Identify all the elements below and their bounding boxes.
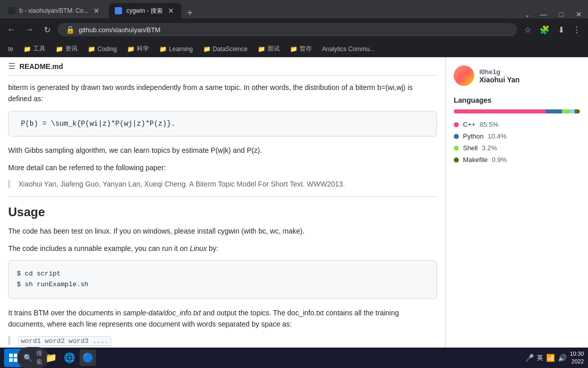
bookmark-datascience-label: DataScience (213, 45, 248, 53)
bookmark-science-label: 科学 (137, 44, 149, 53)
bookmark-tools[interactable]: 📁 工具 (19, 43, 50, 54)
lang-name-makefile: Makefile (463, 156, 487, 164)
bookmark-news[interactable]: 📁 资讯 (52, 43, 82, 54)
section-divider (8, 196, 437, 197)
lang-bar-shell (562, 109, 570, 113)
para-train-pre: It trains BTM over the documents in (8, 309, 123, 317)
bookmark-temp-label: 暂存 (300, 44, 312, 53)
math-formula: P(b) = \sum_k{P(wi|z)*P(wj|z)*P(z)}. (21, 120, 175, 128)
taskbar-search-box[interactable]: 🔍 搜索 (17, 347, 48, 348)
readme-filename: README.md (19, 62, 63, 71)
sidebar: l0he1g Xiaohui Yan Languages C++ 85.5% (445, 57, 588, 348)
folder-icon-7: 📁 (258, 45, 265, 53)
lang-pct-shell: 3.2% (482, 144, 497, 152)
para-biterm-definition: biterm is generated by drawn two words i… (8, 82, 437, 105)
code-line-1: $ cd script (17, 269, 428, 280)
lang-name-cpp: C++ (463, 121, 476, 128)
tab-title-cygwin: cygwin - 搜索 (126, 7, 162, 15)
bookmark-coding[interactable]: 📁 Coding (84, 44, 121, 54)
usage-para2-post: by: (207, 244, 218, 252)
folder-icon-5: 📁 (159, 45, 167, 53)
close-window-button[interactable]: ✕ (570, 10, 588, 18)
usage-para2-pre: The code includes a runnable example, yo… (8, 244, 180, 252)
usage-para1: The code has been test on linux. If you … (8, 225, 437, 237)
lang-name-shell: Shell (463, 144, 478, 152)
lang-pct-python: 10.4% (487, 132, 506, 140)
lang-item-shell: Shell 3.2% (454, 144, 580, 152)
lang-pct-makefile: 0.9% (492, 156, 507, 164)
tab-favicon-cygwin (115, 7, 122, 14)
lang-item-python: Python 10.4% (454, 132, 580, 140)
usage-para2: The code includes a runnable example, yo… (8, 243, 437, 254)
user-info: l0he1g Xiaohui Yan (479, 68, 520, 84)
avatar (454, 65, 474, 86)
bookmark-analytics[interactable]: Analytics Commu... (318, 44, 379, 54)
forward-button[interactable]: → (22, 23, 37, 36)
maximize-button[interactable]: □ (553, 10, 570, 18)
username-handle[interactable]: l0he1g (479, 68, 520, 76)
lang-dot-cpp (454, 122, 459, 127)
bookmark-learning[interactable]: 📁 Learning (155, 44, 197, 54)
url-text: github.com/xiaohuiyan/BTM (79, 26, 160, 34)
tab-favicon-btm (8, 7, 15, 14)
lang-item-cpp: C++ 85.5% (454, 121, 580, 128)
bookmark-datascience[interactable]: 📁 DataScience (199, 44, 252, 54)
readme-header: ☰ README.md (8, 57, 437, 76)
tab-btm[interactable]: b - xiaohuiyan/BTM: Co... ✕ (2, 3, 107, 18)
bookmark-te-label: te (8, 45, 13, 53)
tab-close-cygwin[interactable]: ✕ (167, 6, 175, 16)
lang-pct-cpp: 85.5% (480, 121, 499, 128)
bookmark-star-icon[interactable]: ☆ (521, 23, 534, 37)
tab-title-btm: b - xiaohuiyan/BTM: Co... (19, 7, 88, 14)
usage-heading: Usage (8, 205, 437, 219)
languages-list: C++ 85.5% Python 10.4% Shell 3.2% Makefi… (454, 121, 580, 164)
bookmark-science[interactable]: 📁 科学 (123, 43, 153, 54)
bookmark-exam[interactable]: 📁 面试 (254, 43, 284, 54)
bookmark-analytics-label: Analytics Commu... (322, 45, 375, 53)
address-bar: ← → ↻ 🔒 github.com/xiaohuiyan/BTM ☆ 🧩 ⬇ … (0, 18, 588, 41)
lang-dot-makefile (454, 157, 459, 163)
bookmark-exam-label: 面试 (267, 44, 280, 53)
tab-overflow-button[interactable]: ⌄ (521, 11, 534, 18)
tab-cygwin[interactable]: cygwin - 搜索 ✕ (109, 3, 181, 18)
reload-button[interactable]: ↻ (41, 23, 54, 37)
tab-close-btm[interactable]: ✕ (92, 6, 101, 16)
display-name: Xiaohui Yan (479, 76, 520, 84)
folder-icon-8: 📁 (290, 45, 298, 53)
download-icon[interactable]: ⬇ (555, 23, 568, 37)
bookmark-te[interactable]: te (4, 44, 17, 54)
para-gibbs: With Gibbs sampling algorithm, we can le… (8, 145, 437, 156)
main-content[interactable]: ☰ README.md biterm is generated by drawn… (0, 57, 445, 348)
extensions-icon[interactable]: 🧩 (536, 23, 553, 37)
folder-icon: 📁 (23, 45, 31, 53)
menu-icon[interactable]: ⋮ (570, 23, 584, 37)
lang-bar-makefile (575, 109, 580, 113)
list-icon: ☰ (8, 61, 15, 71)
lang-dot-shell (454, 146, 459, 151)
folder-icon-6: 📁 (203, 45, 211, 53)
bookmark-news-label: 资讯 (65, 44, 78, 53)
para-detail: More detail can be referred to the follo… (8, 162, 437, 173)
bookmark-tools-label: 工具 (33, 44, 45, 53)
usage-para2-italic: on Linux (180, 244, 207, 252)
new-tab-button[interactable]: ＋ (181, 6, 199, 18)
bookmarks-bar: te 📁 工具 📁 资讯 📁 Coding 📁 科学 📁 Learning 📁 … (0, 41, 588, 57)
languages-bar (454, 109, 580, 113)
code-words: word1 word2 word3 .... (18, 336, 111, 346)
folder-icon-2: 📁 (56, 45, 63, 53)
back-button[interactable]: ← (4, 23, 18, 36)
folder-icon-4: 📁 (127, 45, 135, 53)
citation-text: Xiaohui Yan, Jiafeng Guo, Yanyan Lan, Xu… (18, 180, 345, 188)
lang-bar-cpp (454, 109, 546, 113)
url-input[interactable]: 🔒 github.com/xiaohuiyan/BTM (58, 23, 517, 36)
code-line-2: $ sh runExample.sh (17, 280, 428, 290)
bookmark-coding-label: Coding (97, 45, 117, 53)
math-block: P(b) = \sum_k{P(wi|z)*P(wj|z)*P(z)}. (8, 111, 437, 136)
minimize-button[interactable]: — (534, 10, 553, 18)
code-block-script[interactable]: $ cd script $ sh runExample.sh (8, 260, 437, 299)
lang-bar-python (546, 109, 562, 113)
bookmark-learning-label: Learning (169, 45, 193, 53)
sidebar-user: l0he1g Xiaohui Yan (454, 65, 580, 86)
lock-icon: 🔒 (66, 26, 75, 34)
bookmark-temp[interactable]: 📁 暂存 (286, 43, 316, 54)
